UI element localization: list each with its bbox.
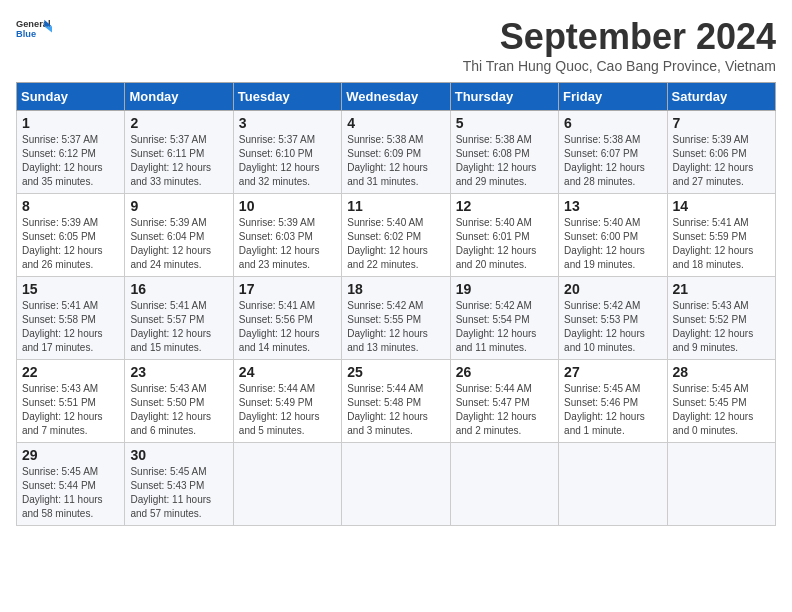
day-number-22: 22 bbox=[22, 364, 119, 380]
day-cell-20: 20 Sunrise: 5:42 AM Sunset: 5:53 PM Dayl… bbox=[559, 277, 667, 360]
day-info-7: Sunrise: 5:39 AM Sunset: 6:06 PM Dayligh… bbox=[673, 133, 770, 189]
day-cell-9: 9 Sunrise: 5:39 AM Sunset: 6:04 PM Dayli… bbox=[125, 194, 233, 277]
day-number-20: 20 bbox=[564, 281, 661, 297]
week-row-5: 29 Sunrise: 5:45 AM Sunset: 5:44 PM Dayl… bbox=[17, 443, 776, 526]
location-subtitle: Thi Tran Hung Quoc, Cao Bang Province, V… bbox=[463, 58, 776, 74]
day-info-3: Sunrise: 5:37 AM Sunset: 6:10 PM Dayligh… bbox=[239, 133, 336, 189]
day-cell-17: 17 Sunrise: 5:41 AM Sunset: 5:56 PM Dayl… bbox=[233, 277, 341, 360]
col-friday: Friday bbox=[559, 83, 667, 111]
day-number-3: 3 bbox=[239, 115, 336, 131]
day-number-11: 11 bbox=[347, 198, 444, 214]
day-number-30: 30 bbox=[130, 447, 227, 463]
day-cell-15: 15 Sunrise: 5:41 AM Sunset: 5:58 PM Dayl… bbox=[17, 277, 125, 360]
day-info-17: Sunrise: 5:41 AM Sunset: 5:56 PM Dayligh… bbox=[239, 299, 336, 355]
day-info-23: Sunrise: 5:43 AM Sunset: 5:50 PM Dayligh… bbox=[130, 382, 227, 438]
week-row-2: 8 Sunrise: 5:39 AM Sunset: 6:05 PM Dayli… bbox=[17, 194, 776, 277]
empty-cell bbox=[450, 443, 558, 526]
day-number-2: 2 bbox=[130, 115, 227, 131]
day-number-25: 25 bbox=[347, 364, 444, 380]
svg-text:Blue: Blue bbox=[16, 29, 36, 39]
day-info-21: Sunrise: 5:43 AM Sunset: 5:52 PM Dayligh… bbox=[673, 299, 770, 355]
day-info-30: Sunrise: 5:45 AM Sunset: 5:43 PM Dayligh… bbox=[130, 465, 227, 521]
day-info-24: Sunrise: 5:44 AM Sunset: 5:49 PM Dayligh… bbox=[239, 382, 336, 438]
day-cell-24: 24 Sunrise: 5:44 AM Sunset: 5:49 PM Dayl… bbox=[233, 360, 341, 443]
month-year-title: September 2024 bbox=[463, 16, 776, 58]
day-number-18: 18 bbox=[347, 281, 444, 297]
day-info-4: Sunrise: 5:38 AM Sunset: 6:09 PM Dayligh… bbox=[347, 133, 444, 189]
week-row-3: 15 Sunrise: 5:41 AM Sunset: 5:58 PM Dayl… bbox=[17, 277, 776, 360]
day-number-27: 27 bbox=[564, 364, 661, 380]
day-info-27: Sunrise: 5:45 AM Sunset: 5:46 PM Dayligh… bbox=[564, 382, 661, 438]
day-cell-1: 1 Sunrise: 5:37 AM Sunset: 6:12 PM Dayli… bbox=[17, 111, 125, 194]
day-info-10: Sunrise: 5:39 AM Sunset: 6:03 PM Dayligh… bbox=[239, 216, 336, 272]
day-cell-2: 2 Sunrise: 5:37 AM Sunset: 6:11 PM Dayli… bbox=[125, 111, 233, 194]
col-thursday: Thursday bbox=[450, 83, 558, 111]
day-number-7: 7 bbox=[673, 115, 770, 131]
col-wednesday: Wednesday bbox=[342, 83, 450, 111]
day-number-13: 13 bbox=[564, 198, 661, 214]
day-number-28: 28 bbox=[673, 364, 770, 380]
day-number-26: 26 bbox=[456, 364, 553, 380]
day-info-5: Sunrise: 5:38 AM Sunset: 6:08 PM Dayligh… bbox=[456, 133, 553, 189]
day-cell-18: 18 Sunrise: 5:42 AM Sunset: 5:55 PM Dayl… bbox=[342, 277, 450, 360]
day-info-11: Sunrise: 5:40 AM Sunset: 6:02 PM Dayligh… bbox=[347, 216, 444, 272]
day-info-6: Sunrise: 5:38 AM Sunset: 6:07 PM Dayligh… bbox=[564, 133, 661, 189]
day-cell-27: 27 Sunrise: 5:45 AM Sunset: 5:46 PM Dayl… bbox=[559, 360, 667, 443]
empty-cell bbox=[667, 443, 775, 526]
day-number-1: 1 bbox=[22, 115, 119, 131]
day-number-8: 8 bbox=[22, 198, 119, 214]
day-cell-11: 11 Sunrise: 5:40 AM Sunset: 6:02 PM Dayl… bbox=[342, 194, 450, 277]
day-number-4: 4 bbox=[347, 115, 444, 131]
day-number-17: 17 bbox=[239, 281, 336, 297]
day-number-6: 6 bbox=[564, 115, 661, 131]
day-cell-4: 4 Sunrise: 5:38 AM Sunset: 6:09 PM Dayli… bbox=[342, 111, 450, 194]
day-info-9: Sunrise: 5:39 AM Sunset: 6:04 PM Dayligh… bbox=[130, 216, 227, 272]
day-cell-12: 12 Sunrise: 5:40 AM Sunset: 6:01 PM Dayl… bbox=[450, 194, 558, 277]
logo-icon: General Blue bbox=[16, 16, 52, 44]
day-cell-5: 5 Sunrise: 5:38 AM Sunset: 6:08 PM Dayli… bbox=[450, 111, 558, 194]
col-tuesday: Tuesday bbox=[233, 83, 341, 111]
day-info-12: Sunrise: 5:40 AM Sunset: 6:01 PM Dayligh… bbox=[456, 216, 553, 272]
day-info-14: Sunrise: 5:41 AM Sunset: 5:59 PM Dayligh… bbox=[673, 216, 770, 272]
day-info-20: Sunrise: 5:42 AM Sunset: 5:53 PM Dayligh… bbox=[564, 299, 661, 355]
day-info-2: Sunrise: 5:37 AM Sunset: 6:11 PM Dayligh… bbox=[130, 133, 227, 189]
week-row-4: 22 Sunrise: 5:43 AM Sunset: 5:51 PM Dayl… bbox=[17, 360, 776, 443]
day-info-28: Sunrise: 5:45 AM Sunset: 5:45 PM Dayligh… bbox=[673, 382, 770, 438]
day-info-1: Sunrise: 5:37 AM Sunset: 6:12 PM Dayligh… bbox=[22, 133, 119, 189]
week-row-1: 1 Sunrise: 5:37 AM Sunset: 6:12 PM Dayli… bbox=[17, 111, 776, 194]
day-number-29: 29 bbox=[22, 447, 119, 463]
day-cell-13: 13 Sunrise: 5:40 AM Sunset: 6:00 PM Dayl… bbox=[559, 194, 667, 277]
day-cell-19: 19 Sunrise: 5:42 AM Sunset: 5:54 PM Dayl… bbox=[450, 277, 558, 360]
day-number-12: 12 bbox=[456, 198, 553, 214]
empty-cell bbox=[233, 443, 341, 526]
day-info-22: Sunrise: 5:43 AM Sunset: 5:51 PM Dayligh… bbox=[22, 382, 119, 438]
day-number-10: 10 bbox=[239, 198, 336, 214]
calendar-table: Sunday Monday Tuesday Wednesday Thursday… bbox=[16, 82, 776, 526]
day-cell-16: 16 Sunrise: 5:41 AM Sunset: 5:57 PM Dayl… bbox=[125, 277, 233, 360]
day-info-29: Sunrise: 5:45 AM Sunset: 5:44 PM Dayligh… bbox=[22, 465, 119, 521]
day-cell-29: 29 Sunrise: 5:45 AM Sunset: 5:44 PM Dayl… bbox=[17, 443, 125, 526]
day-info-25: Sunrise: 5:44 AM Sunset: 5:48 PM Dayligh… bbox=[347, 382, 444, 438]
day-cell-6: 6 Sunrise: 5:38 AM Sunset: 6:07 PM Dayli… bbox=[559, 111, 667, 194]
day-number-5: 5 bbox=[456, 115, 553, 131]
day-cell-10: 10 Sunrise: 5:39 AM Sunset: 6:03 PM Dayl… bbox=[233, 194, 341, 277]
empty-cell bbox=[559, 443, 667, 526]
col-sunday: Sunday bbox=[17, 83, 125, 111]
day-cell-22: 22 Sunrise: 5:43 AM Sunset: 5:51 PM Dayl… bbox=[17, 360, 125, 443]
day-info-26: Sunrise: 5:44 AM Sunset: 5:47 PM Dayligh… bbox=[456, 382, 553, 438]
day-cell-23: 23 Sunrise: 5:43 AM Sunset: 5:50 PM Dayl… bbox=[125, 360, 233, 443]
day-cell-7: 7 Sunrise: 5:39 AM Sunset: 6:06 PM Dayli… bbox=[667, 111, 775, 194]
calendar-header-row: Sunday Monday Tuesday Wednesday Thursday… bbox=[17, 83, 776, 111]
day-cell-26: 26 Sunrise: 5:44 AM Sunset: 5:47 PM Dayl… bbox=[450, 360, 558, 443]
day-number-9: 9 bbox=[130, 198, 227, 214]
col-monday: Monday bbox=[125, 83, 233, 111]
day-number-23: 23 bbox=[130, 364, 227, 380]
day-info-18: Sunrise: 5:42 AM Sunset: 5:55 PM Dayligh… bbox=[347, 299, 444, 355]
day-cell-21: 21 Sunrise: 5:43 AM Sunset: 5:52 PM Dayl… bbox=[667, 277, 775, 360]
empty-cell bbox=[342, 443, 450, 526]
day-info-13: Sunrise: 5:40 AM Sunset: 6:00 PM Dayligh… bbox=[564, 216, 661, 272]
day-cell-8: 8 Sunrise: 5:39 AM Sunset: 6:05 PM Dayli… bbox=[17, 194, 125, 277]
day-number-15: 15 bbox=[22, 281, 119, 297]
day-number-19: 19 bbox=[456, 281, 553, 297]
logo: General Blue bbox=[16, 16, 52, 44]
